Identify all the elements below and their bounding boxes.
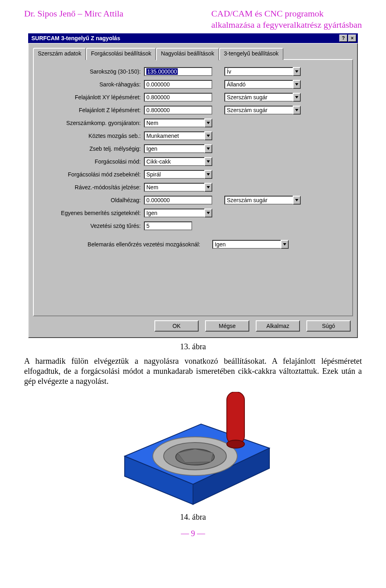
combo-z-step-unit-value[interactable]: Szerszám sugár bbox=[224, 106, 293, 115]
cancel-button[interactable]: Mégse bbox=[205, 320, 249, 332]
combo-straight-plunge-islands-value[interactable]: Igen bbox=[144, 209, 204, 217]
label-gouge-check: Belemarás ellenőrzés vezetési mozgásokná… bbox=[39, 241, 212, 248]
combo-cutting-mode-pockets[interactable]: Spirál bbox=[144, 170, 212, 179]
title-line-2: alkalmazása a fegyveralkatrész gyártásba… bbox=[211, 20, 362, 30]
label-leadin-mod-signal: Rávez.-módosítás jelzése: bbox=[39, 184, 144, 191]
chevron-down-icon[interactable] bbox=[293, 67, 301, 76]
input-corner-angle[interactable]: 135.000000 bbox=[144, 67, 212, 76]
document-header: Dr. Sipos Jenő – Mirc Attila CAD/CAM és … bbox=[24, 8, 362, 30]
tab-3axis-settings[interactable]: 3-tengelyű beállítások bbox=[219, 48, 283, 60]
close-icon[interactable]: × bbox=[348, 35, 356, 42]
combo-corner-allowance-mode[interactable]: Állandó bbox=[224, 80, 301, 89]
help-icon[interactable]: ? bbox=[339, 35, 347, 42]
ok-button[interactable]: OK bbox=[154, 320, 199, 332]
label-cutting-mode: Forgácsolási mód: bbox=[39, 158, 144, 165]
chevron-down-icon[interactable] bbox=[204, 131, 212, 140]
tab-panel: Sarokszög (30-150): 135.000000 Ív Sarok-… bbox=[33, 59, 353, 316]
label-pocket-full-depth: Zseb telj. mélységig: bbox=[39, 145, 144, 152]
apply-button[interactable]: Alkalmaz bbox=[256, 320, 300, 332]
combo-corner-type[interactable]: Ív bbox=[224, 67, 301, 76]
chevron-down-icon[interactable] bbox=[293, 106, 301, 115]
combo-corner-mode-value[interactable]: Állandó bbox=[224, 80, 293, 89]
svg-marker-2 bbox=[295, 96, 298, 98]
combo-straight-plunge-islands[interactable]: Igen bbox=[144, 209, 212, 217]
combo-gouge-check-value[interactable]: Igen bbox=[212, 240, 281, 249]
label-side-gap: Oldalhézag: bbox=[39, 197, 144, 203]
combo-cutting-mode[interactable]: Cikk-cakk bbox=[144, 157, 212, 166]
label-z-step: Felajánlott Z lépésméret: bbox=[39, 107, 144, 113]
dialog-button-row: OK Mégse Alkalmaz Súgó bbox=[33, 320, 353, 332]
label-toolcomp-rapid: Szerszámkomp. gyorsjáraton: bbox=[39, 120, 144, 126]
combo-cutting-mode-pockets-value[interactable]: Spirál bbox=[144, 170, 204, 179]
svg-marker-8 bbox=[207, 173, 210, 176]
combo-side-gap-unit-value[interactable]: Szerszám sugár bbox=[224, 196, 293, 205]
input-side-gap[interactable]: 0.000000 bbox=[144, 196, 212, 205]
input-xy-step[interactable]: 0.800000 bbox=[144, 93, 212, 102]
tab-cutting-settings[interactable]: Forgácsolási beállítások bbox=[86, 48, 156, 60]
svg-marker-12 bbox=[283, 243, 286, 246]
row-corner-angle: Sarokszög (30-150): 135.000000 Ív bbox=[39, 66, 347, 77]
row-cutting-mode: Forgácsolási mód: Cikk-cakk bbox=[39, 156, 347, 167]
combo-intermediate-speed[interactable]: Munkamenet bbox=[144, 131, 212, 140]
combo-leadin-mod-signal[interactable]: Nem bbox=[144, 183, 212, 192]
svg-point-21 bbox=[227, 440, 244, 448]
chevron-down-icon[interactable] bbox=[204, 170, 212, 179]
combo-cutting-mode-value[interactable]: Cikk-cakk bbox=[144, 157, 204, 166]
tab-tool-data[interactable]: Szerszám adatok bbox=[33, 48, 86, 60]
svg-marker-3 bbox=[295, 109, 298, 111]
row-cutting-mode-pockets: Forgácsolási mód zsebeknél: Spirál bbox=[39, 169, 347, 180]
input-z-step[interactable]: 0.800000 bbox=[144, 106, 212, 115]
dialog-titlebar: SURFCAM 3-tengelyű Z nagyolás ? × bbox=[28, 33, 358, 43]
combo-gouge-check[interactable]: Igen bbox=[212, 240, 289, 249]
combo-xy-step-unit-value[interactable]: Szerszám sugár bbox=[224, 93, 293, 102]
svg-marker-4 bbox=[207, 122, 210, 124]
row-z-step: Felajánlott Z lépésméret: 0.800000 Szers… bbox=[39, 105, 347, 115]
figure-caption-13: 13. ábra bbox=[24, 342, 362, 351]
row-side-gap: Oldalhézag: 0.000000 Szerszám sugár bbox=[39, 195, 347, 205]
figure-14-illustration bbox=[24, 392, 362, 508]
workpiece-illustration bbox=[109, 392, 277, 508]
label-straight-plunge-islands: Egyenes bemerítés szigeteknél: bbox=[39, 210, 144, 216]
svg-marker-6 bbox=[207, 148, 210, 150]
chevron-down-icon[interactable] bbox=[204, 119, 212, 127]
row-corner-allowance: Sarok-ráhagyás: 0.000000 Állandó bbox=[39, 79, 347, 90]
combo-side-gap-unit[interactable]: Szerszám sugár bbox=[224, 196, 301, 205]
svg-marker-10 bbox=[295, 199, 298, 201]
row-lead-angle-tol: Vezetési szög tűrés: 5 bbox=[39, 221, 347, 231]
input-lead-angle-tol[interactable]: 5 bbox=[144, 221, 192, 230]
combo-pocket-full-depth-value[interactable]: Igen bbox=[144, 144, 204, 153]
label-intermediate-speed: Köztes mozgás seb.: bbox=[39, 133, 144, 139]
page-number: — 9 — bbox=[24, 529, 362, 538]
svg-marker-5 bbox=[207, 135, 210, 137]
tab-roughing-settings[interactable]: Nagyolási beállítások bbox=[156, 48, 219, 61]
chevron-down-icon[interactable] bbox=[293, 93, 301, 102]
combo-xy-step-unit[interactable]: Szerszám sugár bbox=[224, 93, 301, 102]
chevron-down-icon[interactable] bbox=[204, 157, 212, 166]
author-names: Dr. Sipos Jenő – Mirc Attila bbox=[24, 8, 123, 30]
svg-marker-7 bbox=[207, 160, 210, 163]
chevron-down-icon[interactable] bbox=[204, 144, 212, 153]
chevron-down-icon[interactable] bbox=[293, 196, 301, 205]
label-lead-angle-tol: Vezetési szög tűrés: bbox=[39, 223, 144, 229]
combo-z-step-unit[interactable]: Szerszám sugár bbox=[224, 106, 301, 115]
input-corner-allowance[interactable]: 0.000000 bbox=[144, 80, 212, 89]
chevron-down-icon[interactable] bbox=[204, 209, 212, 217]
dialog-tabs: Szerszám adatok Forgácsolási beállítások… bbox=[33, 48, 353, 60]
row-leadin-mod-signal: Rávez.-módosítás jelzése: Nem bbox=[39, 182, 347, 193]
label-corner-angle: Sarokszög (30-150): bbox=[39, 68, 144, 75]
chevron-down-icon[interactable] bbox=[204, 183, 212, 192]
combo-intermediate-speed-value[interactable]: Munkamenet bbox=[144, 131, 204, 140]
combo-toolcomp-rapid[interactable]: Nem bbox=[144, 119, 212, 127]
combo-corner-type-value[interactable]: Ív bbox=[224, 67, 293, 76]
label-cutting-mode-pockets: Forgácsolási mód zsebeknél: bbox=[39, 171, 144, 178]
row-xy-step: Felajánlott XY lépésméret: 0.800000 Szer… bbox=[39, 92, 347, 102]
combo-toolcomp-rapid-value[interactable]: Nem bbox=[144, 119, 204, 127]
dialog-body: Szerszám adatok Forgácsolási beállítások… bbox=[28, 43, 358, 338]
row-pocket-full-depth: Zseb telj. mélységig: Igen bbox=[39, 143, 347, 154]
help-button[interactable]: Súgó bbox=[306, 320, 351, 332]
chevron-down-icon[interactable] bbox=[293, 80, 301, 89]
combo-leadin-mod-signal-value[interactable]: Nem bbox=[144, 183, 204, 192]
row-gouge-check: Belemarás ellenőrzés vezetési mozgásokná… bbox=[39, 239, 347, 250]
chevron-down-icon[interactable] bbox=[281, 240, 289, 249]
combo-pocket-full-depth[interactable]: Igen bbox=[144, 144, 212, 153]
